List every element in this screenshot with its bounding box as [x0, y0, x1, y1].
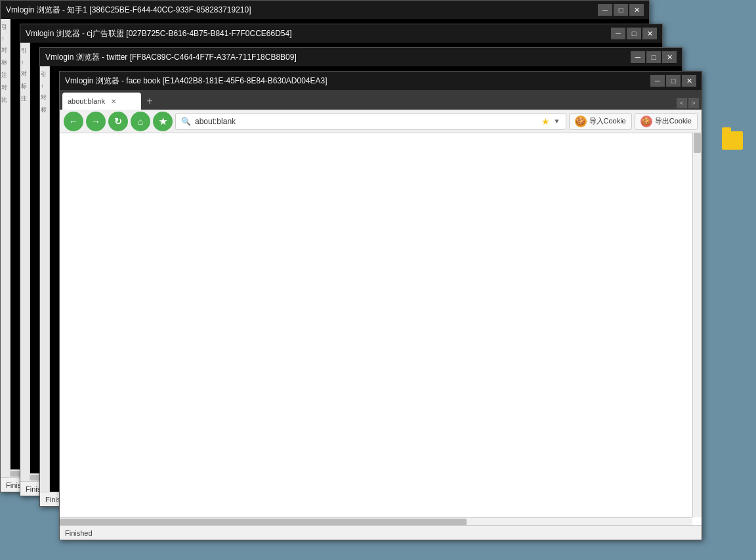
close-btn-1[interactable]: ✕: [629, 4, 644, 16]
main-content-4: [60, 133, 702, 527]
folder-icon: [722, 131, 743, 150]
address-bar[interactable]: 🔍 ★ ▼: [175, 113, 566, 130]
tab-nav-right[interactable]: >: [688, 98, 699, 108]
maximize-btn-3[interactable]: □: [646, 51, 661, 63]
sidebar-3-item-2: ↑: [40, 81, 49, 91]
scrollbar-vertical[interactable]: [692, 133, 702, 517]
status-bar-4: Finished: [60, 525, 702, 540]
export-cookie-button[interactable]: 🍪 导出Cookie: [635, 113, 698, 130]
title-bar-3: Vmlogin 浏览器 - twitter [FF8AC89C-C464-4F7…: [40, 48, 682, 66]
back-button[interactable]: ←: [64, 112, 83, 131]
tab-bar-4: about:blank ✕ + < >: [60, 90, 702, 110]
import-cookie-icon: 🍪: [575, 116, 587, 127]
maximize-btn-1[interactable]: □: [614, 4, 628, 16]
address-star-icon[interactable]: ★: [541, 116, 550, 127]
scrollbar-thumb-v: [694, 133, 701, 153]
window-controls-1: ─ □ ✕: [598, 4, 644, 16]
sidebar-3: 引 ↑ 对 标: [40, 66, 50, 506]
maximize-btn-2[interactable]: □: [627, 28, 641, 39]
sidebar-2-item-1: 引: [20, 45, 30, 56]
sidebar-3-item-1: 引: [40, 69, 49, 80]
tab-controls-right: < >: [677, 98, 699, 110]
import-cookie-label: 导入Cookie: [589, 116, 626, 126]
sidebar-3-item-4: 标: [40, 104, 49, 116]
home-button[interactable]: ⌂: [131, 112, 150, 131]
address-dropdown-icon[interactable]: ▼: [554, 118, 560, 125]
sidebar-2-item-3: 对: [20, 68, 30, 79]
close-btn-3[interactable]: ✕: [662, 51, 677, 63]
sidebar-2-item-5: 注: [20, 93, 30, 104]
sidebar-item-4: 标: [1, 57, 10, 68]
window-controls-3: ─ □ ✕: [631, 51, 677, 63]
title-bar-4: Vmlogin 浏览器 - face book [E1A402B8-181E-4…: [60, 72, 702, 90]
tab-close-4[interactable]: ✕: [109, 97, 118, 106]
address-input[interactable]: [195, 117, 537, 126]
window-controls-2: ─ □ ✕: [611, 28, 657, 39]
window-title-2: Vmlogin 浏览器 - cj广告联盟 [027B725C-B616-4B75…: [26, 28, 611, 39]
browser-tab-4[interactable]: about:blank ✕: [62, 93, 141, 110]
export-cookie-label: 导出Cookie: [655, 116, 692, 126]
tab-new-4[interactable]: +: [141, 93, 158, 110]
title-bar-2: Vmlogin 浏览器 - cj广告联盟 [027B725C-B616-4B75…: [20, 24, 662, 43]
bookmark-button[interactable]: ★: [153, 112, 173, 131]
forward-button[interactable]: →: [86, 112, 106, 131]
window-title-1: Vmlogin 浏览器 - 知手1 [386C25BE-F644-40CC-93…: [6, 5, 598, 16]
sidebar-3-item-3: 对: [40, 92, 49, 103]
close-btn-4[interactable]: ✕: [682, 75, 696, 87]
sidebar-item-5: 注: [1, 70, 10, 81]
forward-icon: →: [91, 116, 100, 127]
sidebar-1: 引 ↑ 对 标 注 对 比: [1, 19, 10, 492]
tab-new-icon: +: [146, 95, 152, 107]
toolbar-4: ← → ↻ ⌂ ★ 🔍 ★ ▼ 🍪 导入Cook: [60, 110, 702, 133]
title-bar-1: Vmlogin 浏览器 - 知手1 [386C25BE-F644-40CC-93…: [1, 1, 649, 19]
home-icon: ⌂: [138, 116, 143, 127]
tab-nav-left[interactable]: <: [677, 98, 687, 108]
desktop-folder: [722, 131, 743, 150]
sidebar-2: 引 ↑ 对 标 注: [20, 43, 30, 496]
sidebar-2-item-4: 标: [20, 81, 30, 92]
sidebar-item-6: 对: [1, 82, 10, 93]
page-content: [60, 133, 692, 517]
status-text-4: Finished: [65, 529, 93, 537]
window-controls-4: ─ □ ✕: [650, 75, 696, 87]
import-cookie-button[interactable]: 🍪 导入Cookie: [569, 113, 632, 130]
window-title-3: Vmlogin 浏览器 - twitter [FF8AC89C-C464-4F7…: [45, 52, 631, 63]
minimize-btn-2[interactable]: ─: [611, 28, 625, 39]
minimize-btn-4[interactable]: ─: [650, 75, 665, 87]
desktop: Vmlogin 浏览器 - 知手1 [386C25BE-F644-40CC-93…: [0, 0, 756, 560]
refresh-button[interactable]: ↻: [108, 112, 128, 131]
browser-window-4: Vmlogin 浏览器 - face book [E1A402B8-181E-4…: [59, 71, 702, 540]
sidebar-item-2: ↑: [1, 34, 10, 43]
close-btn-2[interactable]: ✕: [642, 28, 657, 39]
maximize-btn-4[interactable]: □: [666, 75, 681, 87]
window-title-4: Vmlogin 浏览器 - face book [E1A402B8-181E-4…: [65, 75, 650, 87]
sidebar-item-3: 对: [1, 45, 10, 56]
minimize-btn-3[interactable]: ─: [631, 51, 645, 63]
export-cookie-icon: 🍪: [640, 116, 652, 127]
sidebar-2-item-2: ↑: [20, 58, 30, 67]
bookmark-icon: ★: [159, 116, 167, 127]
refresh-icon: ↻: [114, 116, 122, 127]
back-icon: ←: [69, 116, 78, 127]
sidebar-item-7: 比: [1, 95, 10, 106]
minimize-btn-1[interactable]: ─: [598, 4, 612, 16]
tab-label-4: about:blank: [68, 97, 105, 105]
search-icon: 🔍: [181, 117, 191, 126]
sidebar-item-1: 引: [1, 22, 10, 33]
